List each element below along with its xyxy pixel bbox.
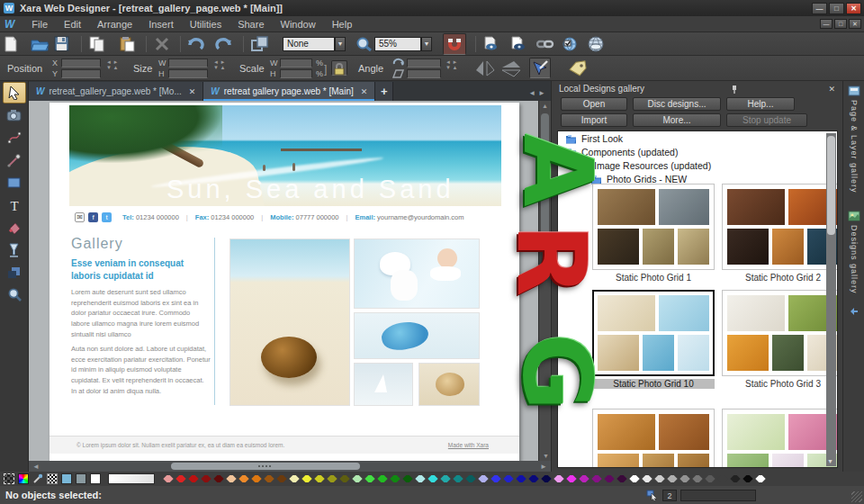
minimize-button[interactable]: — — [812, 3, 827, 14]
position-y-field[interactable] — [61, 69, 101, 78]
color-swatch[interactable] — [188, 475, 198, 482]
size-w-field[interactable] — [168, 58, 208, 68]
lock-aspect-icon[interactable] — [331, 60, 347, 76]
color-swatch[interactable] — [604, 475, 614, 482]
selector-tool-icon[interactable] — [3, 82, 26, 104]
new-tab-button[interactable]: + — [375, 82, 393, 101]
save-icon[interactable] — [50, 34, 72, 54]
publish-web-icon[interactable] — [585, 34, 607, 54]
copy-icon[interactable] — [86, 34, 108, 54]
photo-tool-icon[interactable] — [3, 104, 26, 126]
recent-color-swatch[interactable] — [76, 473, 86, 484]
live-drag-icon[interactable] — [646, 490, 659, 500]
transform-icon[interactable] — [248, 34, 270, 54]
color-swatch[interactable] — [579, 475, 589, 482]
recent-color-swatch[interactable] — [61, 473, 72, 484]
color-swatch[interactable] — [251, 475, 261, 482]
preview-website-icon[interactable] — [508, 34, 529, 54]
color-swatch[interactable] — [667, 475, 677, 482]
export-check-icon[interactable] — [560, 34, 581, 54]
photo-beach-stone[interactable] — [230, 238, 350, 406]
page-layer-gallery-tab[interactable]: Page & Layer gallery — [843, 81, 864, 194]
flip-vertical-icon[interactable] — [500, 59, 522, 77]
no-color-swatch[interactable] — [4, 473, 14, 484]
photo-blue-hat[interactable] — [354, 312, 480, 359]
color-swatch[interactable] — [755, 475, 765, 482]
angle-skew-field[interactable] — [407, 69, 441, 78]
paste-icon[interactable] — [117, 34, 139, 54]
position-spin[interactable]: ◄ ►▼ ▲ — [106, 59, 119, 70]
color-swatch[interactable] — [591, 475, 601, 482]
color-swatch[interactable] — [554, 475, 563, 482]
color-swatch[interactable] — [163, 475, 173, 482]
style-dropdown-arrow[interactable]: ▼ — [335, 37, 346, 51]
color-swatch[interactable] — [654, 475, 664, 482]
photo-mother-baby[interactable] — [354, 238, 480, 309]
design-thumbnail-static-photo-grid-2[interactable]: Static Photo Grid 2 — [722, 184, 838, 283]
position-x-field[interactable] — [61, 58, 101, 68]
zoom-tool-icon[interactable] — [353, 34, 374, 54]
color-swatch[interactable] — [680, 475, 689, 482]
open-button[interactable]: Open — [561, 97, 627, 111]
color-swatch[interactable] — [692, 475, 702, 482]
color-swatch[interactable] — [276, 475, 286, 482]
photo-beach-small-1[interactable] — [354, 363, 413, 406]
color-swatch[interactable] — [453, 475, 463, 482]
color-swatch[interactable] — [528, 475, 538, 482]
angle-spin[interactable]: ◄ ►▼ ▲ — [446, 59, 458, 70]
redo-icon[interactable] — [212, 34, 234, 54]
color-swatch[interactable] — [616, 475, 626, 482]
color-swatch[interactable] — [566, 475, 576, 482]
import-button[interactable]: Import — [561, 113, 627, 127]
color-swatch[interactable] — [352, 475, 362, 482]
color-swatch[interactable] — [742, 475, 752, 482]
zoom-magnify-tool-icon[interactable] — [3, 284, 26, 306]
shadow-tool-icon[interactable] — [3, 262, 26, 284]
scroll-left-icon[interactable]: ◄ — [32, 463, 40, 471]
design-thumbnail[interactable] — [722, 409, 838, 468]
color-swatch[interactable] — [302, 475, 311, 482]
more-button[interactable]: More... — [633, 113, 721, 127]
scroll-up-icon[interactable]: ▲ — [539, 101, 551, 109]
color-swatch[interactable] — [629, 475, 639, 482]
text-tool-icon[interactable]: T — [3, 194, 26, 216]
menu-edit[interactable]: Edit — [56, 18, 89, 31]
help-button[interactable]: Help... — [726, 97, 795, 111]
resize-grip[interactable] — [851, 491, 862, 502]
color-swatch[interactable] — [415, 475, 425, 482]
footer-made-with-link[interactable]: Made with Xara — [448, 442, 489, 448]
color-swatch[interactable] — [642, 475, 652, 482]
tab-scroll-left-icon[interactable]: ◄ — [528, 89, 536, 97]
pin-icon[interactable] — [727, 85, 742, 94]
document-menu-icon[interactable]: W — [4, 18, 14, 31]
color-swatch[interactable] — [478, 475, 488, 482]
zoom-level-arrow[interactable]: ▼ — [421, 37, 432, 51]
flip-horizontal-icon[interactable] — [475, 59, 495, 77]
color-swatch[interactable] — [176, 475, 185, 482]
color-swatch[interactable] — [364, 475, 374, 482]
open-icon[interactable] — [29, 34, 50, 54]
menu-share[interactable]: Share — [230, 18, 272, 31]
doc-minimize-button[interactable]: — — [820, 19, 832, 29]
size-spin[interactable]: ◄ ►▼ ▲ — [213, 59, 226, 70]
tab-close-icon[interactable]: ✕ — [361, 87, 368, 96]
color-swatch[interactable] — [503, 475, 513, 482]
snap-to-objects-icon[interactable] — [443, 33, 466, 55]
color-swatch[interactable] — [490, 475, 500, 482]
scroll-down-icon[interactable]: ▼ — [543, 453, 549, 459]
color-swatch[interactable] — [226, 475, 236, 482]
design-thumbnail-static-photo-grid-3[interactable]: Static Photo Grid 3 — [722, 290, 838, 389]
color-swatch[interactable] — [730, 475, 740, 482]
scroll-right-icon[interactable]: ► — [540, 463, 547, 471]
menu-file[interactable]: File — [23, 18, 56, 31]
color-swatch[interactable] — [377, 475, 387, 482]
canvas[interactable]: Sun, Sea and Sand ✉ f t Tel: 01234 00000… — [29, 101, 538, 461]
web-page[interactable]: Sun, Sea and Sand ✉ f t Tel: 01234 00000… — [50, 103, 519, 461]
canvas-horizontal-scrollbar[interactable]: ◄ ► — [29, 461, 551, 472]
panel-scrollbar[interactable]: ▼ — [826, 133, 836, 466]
eyedropper-icon[interactable] — [32, 473, 43, 484]
color-swatch[interactable] — [264, 475, 274, 482]
pen-tool-icon[interactable] — [3, 149, 26, 171]
style-dropdown[interactable]: None — [283, 37, 335, 51]
panel-close-icon[interactable]: ✕ — [824, 85, 839, 94]
